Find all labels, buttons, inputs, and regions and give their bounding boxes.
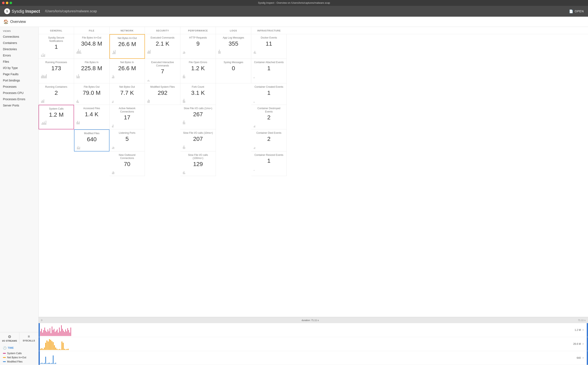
sidebar-item-containers[interactable]: Containers — [0, 40, 38, 46]
open-file-icon: 📄 — [569, 9, 574, 13]
metric-chart — [254, 48, 284, 54]
metric-value: 2.1 K — [147, 40, 178, 47]
metric-value: 26.6 M — [112, 65, 142, 72]
metric-chart — [112, 72, 142, 78]
modified-files-legend-label: Modified Files — [7, 360, 22, 363]
timeline-track-net-bytes[interactable]: 26.6 M × — [40, 337, 587, 351]
sidebar-item-processes-cpu[interactable]: Processes CPU — [0, 90, 38, 96]
metric-label: Executed Commands — [147, 36, 178, 40]
sidebar-item-port-bindings[interactable]: Port bindings — [0, 77, 38, 84]
syscalls-button[interactable]: ≡ SYSCALLS — [19, 332, 39, 344]
metric-label: App Log Messages — [218, 36, 249, 40]
timeline-track-modified-files[interactable]: 640 × — [40, 351, 587, 365]
metric-chart — [254, 122, 284, 127]
fullscreen-button[interactable] — [10, 2, 12, 4]
views-label: VIEWS — [0, 27, 38, 34]
sidebar-item-io-by-type[interactable]: I/O by Type — [0, 65, 38, 71]
metric-modified-files[interactable]: Modified Files 640 — [74, 129, 109, 151]
metric-value: 0 — [218, 65, 249, 72]
timeline-track-system-calls[interactable]: 1.2 M × — [40, 323, 587, 337]
metric-label: New Outbound Connections — [112, 154, 142, 160]
metric-label: Slow File I/O calls (100ms+) — [183, 154, 213, 160]
sidebar-item-errors[interactable]: Errors — [0, 52, 38, 59]
sidebar-item-processes[interactable]: Processes — [0, 84, 38, 90]
metric-file-bytes-out[interactable]: File Bytes Out 79.0 M — [74, 83, 109, 105]
metric-label: Sysdig Secure Notifications — [41, 36, 71, 43]
timeline-right-edge — [587, 351, 588, 365]
metric-value: 26.6 M — [112, 41, 142, 48]
sidebar-item-processes-errors[interactable]: Processes Errors — [0, 96, 38, 102]
metric-executed-interactive[interactable]: Executed Interactive Commands 7 — [145, 59, 180, 83]
metric-value: 3.1 K — [183, 90, 213, 96]
metric-fork-count[interactable]: Fork Count 3.1 K — [180, 83, 216, 105]
sidebar-item-connections[interactable]: Connections — [0, 34, 38, 40]
sidebar-item-files[interactable]: Files — [0, 59, 38, 65]
traffic-lights — [2, 2, 12, 4]
metric-file-bytes-inout[interactable]: File Bytes In+Out 304.8 M — [74, 34, 109, 59]
metric-value: 267 — [183, 111, 213, 118]
metric-slow-io-10ms[interactable]: Slow File I/O calls (10ms+) 207 — [180, 129, 216, 151]
timeline-right-edge — [587, 323, 588, 337]
close-timeline-net-bytes[interactable]: × — [582, 343, 584, 345]
close-timeline-system-calls[interactable]: × — [582, 329, 584, 331]
metric-value: 1 — [254, 157, 284, 164]
syscalls-icon: ≡ — [28, 334, 30, 339]
metric-container-created[interactable]: Container Created Events 1 — [251, 83, 287, 105]
sidebar-item-page-faults[interactable]: Page Faults — [0, 71, 38, 77]
metric-label: Net Bytes Out — [112, 85, 142, 89]
timeline-row-system-calls: 1.2 M × — [39, 323, 588, 337]
metric-new-outbound[interactable]: New Outbound Connections 70 — [109, 151, 145, 176]
metric-slow-io-100ms[interactable]: Slow File I/O calls (100ms+) 129 — [180, 151, 216, 176]
metric-empty-security-row6 — [145, 151, 180, 176]
metric-value: 17 — [112, 114, 142, 121]
metric-empty-logs-row5 — [216, 129, 251, 151]
metric-empty-security-row5 — [145, 129, 180, 151]
metric-net-bytes-out[interactable]: Net Bytes Out 7.7 K — [109, 83, 145, 105]
metric-running-processes[interactable]: Running Processes 173 — [39, 59, 74, 83]
metric-running-containers[interactable]: Running Containers 2 — [39, 83, 74, 105]
metric-executed-commands[interactable]: Executed Commands 2.1 K — [145, 34, 180, 59]
metric-chart — [77, 72, 107, 78]
metric-label: Container Created Events — [254, 85, 284, 89]
metric-container-died[interactable]: Container Died Events 2 — [251, 129, 287, 151]
metric-slow-io-1ms[interactable]: Slow File I/O calls (1ms+) 267 — [180, 105, 216, 129]
io-streams-button[interactable]: ⊙ I/O STREAMS — [0, 332, 19, 344]
metric-value: 1 — [41, 43, 71, 50]
metric-container-resized[interactable]: Container Resized Events 1 — [251, 151, 287, 176]
metric-listening-ports[interactable]: Listening Ports 5 — [109, 129, 145, 151]
metric-file-open-errors[interactable]: File Open Errors 1.2 K — [180, 59, 216, 83]
net-bytes-legend-label: Net Bytes In+Out — [7, 356, 26, 359]
sysdig-logo-icon: S — [4, 8, 10, 14]
metric-modified-system-files[interactable]: Modified System Files 292 — [145, 83, 180, 105]
metric-label: Slow File I/O calls (10ms+) — [183, 132, 213, 135]
metric-syslog-messages[interactable]: Syslog Messages 0 — [216, 59, 251, 83]
metric-accessed-files[interactable]: Accessed Files 1.4 K — [74, 105, 109, 129]
metric-file-bytes-in[interactable]: File Bytes In 225.8 M — [74, 59, 109, 83]
metric-empty-file-row6 — [74, 151, 109, 176]
metric-container-attached[interactable]: Container Attached Events 1 — [251, 59, 287, 83]
metric-active-network[interactable]: Active Network Connections 17 — [109, 105, 145, 129]
minimize-button[interactable] — [6, 2, 8, 4]
open-button[interactable]: 📄 OPEN — [569, 9, 584, 13]
clock-icon: 🕐 — [3, 346, 7, 350]
metric-label: Container Destroyed Events — [254, 107, 284, 113]
metric-empty-logs-row6 — [216, 151, 251, 176]
metric-app-log-messages[interactable]: App Log Messages 355 — [216, 34, 251, 59]
sidebar-item-directories[interactable]: Directories — [0, 46, 38, 52]
metric-value: 2 — [254, 114, 284, 121]
timeline-body: 1.2 M × 26.6 M × — [39, 323, 588, 365]
metric-net-bytes-inout[interactable]: Net Bytes In+Out 26.6 M — [109, 34, 145, 59]
metric-label: File Bytes In — [77, 61, 107, 64]
metric-docker-events[interactable]: Docker Events 11 — [251, 34, 287, 59]
close-timeline-modified-files[interactable]: × — [582, 357, 584, 359]
metric-sysdig-secure[interactable]: Sysdig Secure Notifications 1 — [39, 34, 74, 59]
metric-chart — [218, 48, 249, 54]
sidebar-item-server-ports[interactable]: Server Ports — [0, 102, 38, 109]
metric-container-destroyed[interactable]: Container Destroyed Events 2 — [251, 105, 287, 129]
metric-net-bytes-in[interactable]: Net Bytes In 26.6 M — [109, 59, 145, 83]
close-button[interactable] — [2, 2, 5, 4]
metric-http-requests[interactable]: HTTP Requests 9 — [180, 34, 216, 59]
timeline-row-net-bytes: 26.6 M × — [39, 337, 588, 351]
metric-system-calls[interactable]: System Calls 1.2 M — [39, 105, 74, 129]
metric-chart — [254, 72, 284, 78]
